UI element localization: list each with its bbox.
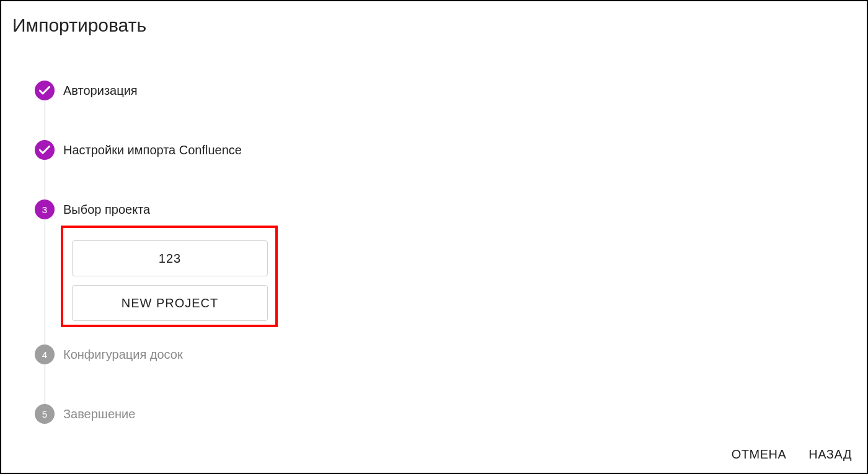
- step-select-project: 3 Выбор проекта: [35, 200, 867, 219]
- check-icon: [39, 86, 50, 95]
- step-badge-pending: 4: [35, 345, 55, 364]
- project-option-new[interactable]: NEW PROJECT: [72, 285, 268, 321]
- check-icon: [39, 146, 50, 154]
- step-label: Авторизация: [63, 81, 138, 100]
- step-badge-done: [35, 140, 55, 160]
- step-badge-active: 3: [35, 200, 55, 219]
- back-button[interactable]: НАЗАД: [808, 447, 852, 462]
- step-badge-done: [35, 81, 55, 100]
- step-connector: [35, 160, 55, 200]
- project-options: 123 NEW PROJECT: [72, 235, 268, 321]
- dialog-footer: ОТМЕНА НАЗАД: [732, 447, 852, 462]
- project-option-123[interactable]: 123: [72, 240, 268, 276]
- import-stepper: Авторизация Настройки импорта Confluence…: [35, 51, 867, 434]
- step-board-config: 4 Конфигурация досок: [35, 345, 867, 364]
- step-authorization: Авторизация: [35, 81, 867, 100]
- step-label: Выбор проекта: [63, 200, 150, 219]
- step-badge-pending: 5: [35, 404, 55, 424]
- step-connector: [35, 100, 55, 140]
- step-connector: 123 NEW PROJECT: [35, 219, 55, 345]
- page-title: Импортировать: [12, 15, 146, 36]
- dialog-frame: Импортировать Авторизация: [0, 0, 868, 474]
- content-scroll[interactable]: Авторизация Настройки импорта Confluence…: [1, 51, 867, 434]
- step-label: Настройки импорта Confluence: [63, 140, 242, 160]
- step-label: Завершение: [63, 404, 135, 424]
- step-finish: 5 Завершение: [35, 404, 867, 424]
- step-import-settings: Настройки импорта Confluence: [35, 140, 867, 160]
- cancel-button[interactable]: ОТМЕНА: [732, 447, 787, 462]
- step-label: Конфигурация досок: [63, 345, 183, 364]
- step-connector: [35, 364, 55, 404]
